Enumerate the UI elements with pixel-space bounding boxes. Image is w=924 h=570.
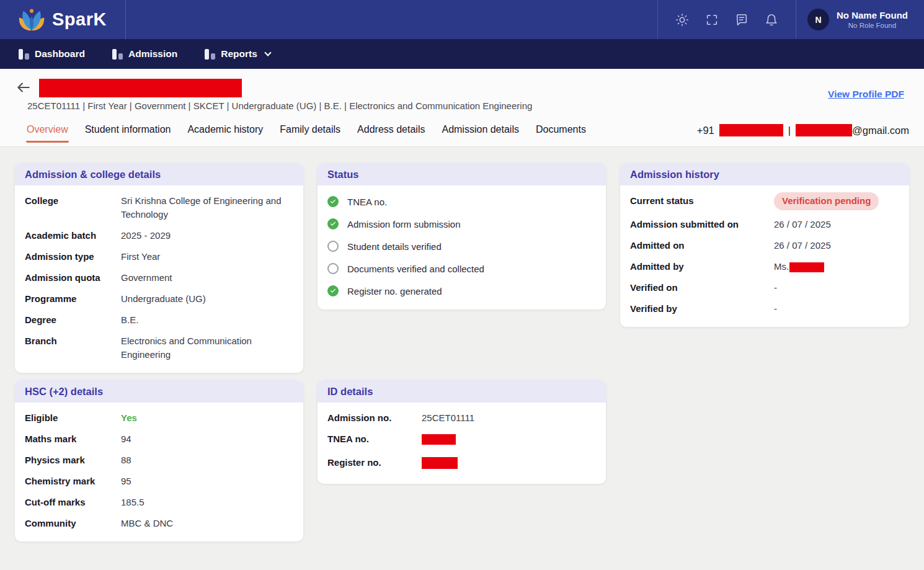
detail-row: Register no.: [327, 452, 596, 476]
tab-address-details[interactable]: Address details: [357, 123, 425, 143]
detail-row: DegreeB.E.: [25, 309, 293, 331]
status-check-icon: [327, 285, 339, 296]
detail-row: Chemistry mark95: [25, 471, 293, 492]
detail-row: Verified on-: [630, 277, 899, 298]
detail-row: Current statusVerification pending: [630, 190, 899, 214]
nav-item-reports[interactable]: Reports: [205, 48, 270, 60]
status-item: Documents verified and collected: [327, 257, 596, 280]
status-check-icon: [327, 218, 339, 229]
user-menu[interactable]: N No Name Found No Role Found: [796, 9, 924, 30]
detail-row: Cut-off marks185.5: [25, 492, 293, 513]
admission-history-card: Admission history Current statusVerifica…: [620, 163, 909, 327]
verification-pending-badge: Verification pending: [774, 192, 879, 210]
status-item: TNEA no.: [327, 190, 596, 213]
avatar[interactable]: N: [807, 9, 829, 30]
detail-row: EligibleYes: [25, 407, 293, 429]
fullscreen-icon[interactable]: [705, 13, 719, 27]
redacted-phone-number: [719, 124, 783, 136]
detail-row: CommunityMBC & DNC: [25, 513, 293, 534]
topbar-icon-group: [657, 0, 796, 39]
column-middle: Status TNEA no. Admission form submissio…: [318, 163, 606, 560]
id-details-card: ID details Admission no.25CET01111 TNEA …: [318, 380, 606, 484]
detail-row: Admitted on26 / 07 / 2025: [630, 235, 899, 256]
card-title: ID details: [327, 386, 373, 397]
detail-row: Admission quotaGovernment: [25, 267, 293, 288]
notifications-bell-icon[interactable]: [765, 13, 778, 27]
column-right: Admission history Current statusVerifica…: [620, 163, 909, 560]
brand[interactable]: SparK: [0, 0, 126, 39]
admission-college-details-card: Admission & college details CollegeSri K…: [15, 163, 303, 373]
student-header: 25CET01111 | First Year | Government | S…: [0, 69, 924, 147]
nav-label: Dashboard: [35, 48, 85, 60]
redacted-email-local-part: [796, 124, 852, 136]
card-title: Status: [327, 169, 358, 180]
theme-toggle-icon[interactable]: [675, 13, 689, 27]
detail-row: TNEA no.: [327, 429, 596, 452]
email-domain: @gmail.com: [852, 125, 909, 136]
detail-row: Physics mark88: [25, 450, 293, 471]
redacted-tnea-number: [422, 434, 456, 445]
card-title: Admission history: [630, 169, 719, 180]
detail-row: Maths mark94: [25, 429, 293, 450]
status-pending-icon: [327, 263, 339, 274]
chat-icon[interactable]: [735, 13, 749, 27]
status-card: Status TNEA no. Admission form submissio…: [318, 163, 606, 309]
detail-row: Verified by-: [630, 298, 899, 319]
status-item: Admission form submission: [327, 213, 596, 235]
status-item: Register no. generated: [327, 280, 596, 302]
detail-row: Academic batch2025 - 2029: [25, 225, 293, 246]
redacted-student-name: [39, 79, 242, 97]
hsc-details-card: HSC (+2) details EligibleYes Maths mark9…: [15, 380, 303, 541]
detail-row: CollegeSri Krishna College of Engineerin…: [25, 190, 293, 225]
column-left: Admission & college details CollegeSri K…: [15, 163, 303, 560]
contact-separator: |: [788, 125, 791, 136]
detail-row: Admission submitted on26 / 07 / 2025: [630, 214, 899, 235]
detail-row: Admission no.25CET01111: [327, 407, 596, 429]
reports-icon: [205, 49, 215, 60]
admission-icon: [112, 49, 123, 60]
eligible-value: Yes: [121, 411, 293, 425]
detail-row: BranchElectronics and Communication Engi…: [25, 331, 293, 365]
tab-family-details[interactable]: Family details: [279, 123, 341, 143]
detail-row: Admission typeFirst Year: [25, 246, 293, 267]
redacted-register-number: [422, 457, 458, 469]
dashboard-icon: [19, 49, 29, 60]
phone-prefix: +91: [697, 125, 714, 136]
card-title: Admission & college details: [25, 169, 161, 180]
tab-student-information[interactable]: Student information: [84, 123, 172, 143]
brand-name: SparK: [52, 9, 107, 30]
redacted-admitted-by-name: [789, 262, 824, 272]
contact-info: +91 | @gmail.com: [697, 123, 909, 136]
topbar: SparK N No Name Found No Role Found: [0, 0, 924, 39]
status-check-icon: [327, 196, 339, 207]
back-button[interactable]: [16, 79, 32, 96]
tab-overview[interactable]: Overview: [26, 123, 69, 143]
lotus-logo-icon: [17, 7, 46, 32]
tab-documents[interactable]: Documents: [535, 123, 587, 143]
overview-panel: Admission & college details CollegeSri K…: [0, 147, 924, 569]
tab-academic-history[interactable]: Academic history: [187, 123, 264, 143]
student-summary-line: 25CET01111 | First Year | Government | S…: [27, 100, 532, 111]
user-name: No Name Found: [837, 10, 908, 20]
nav-item-dashboard[interactable]: Dashboard: [19, 48, 85, 60]
nav-item-admission[interactable]: Admission: [112, 48, 177, 60]
tab-bar: Overview Student information Academic hi…: [0, 123, 924, 146]
status-pending-icon: [327, 241, 339, 252]
nav-label: Reports: [221, 48, 257, 60]
main-nav: Dashboard Admission Reports: [0, 39, 924, 69]
card-title: HSC (+2) details: [25, 386, 103, 397]
nav-label: Admission: [128, 48, 177, 60]
user-role: No Role Found: [848, 22, 896, 29]
view-profile-pdf-link[interactable]: View Profile PDF: [828, 89, 904, 100]
status-item: Student details verified: [327, 235, 596, 257]
detail-row: Admitted byMs.: [630, 256, 899, 277]
detail-row: ProgrammeUndergraduate (UG): [25, 288, 293, 309]
chevron-down-icon: [264, 49, 271, 56]
tab-admission-details[interactable]: Admission details: [441, 123, 520, 143]
